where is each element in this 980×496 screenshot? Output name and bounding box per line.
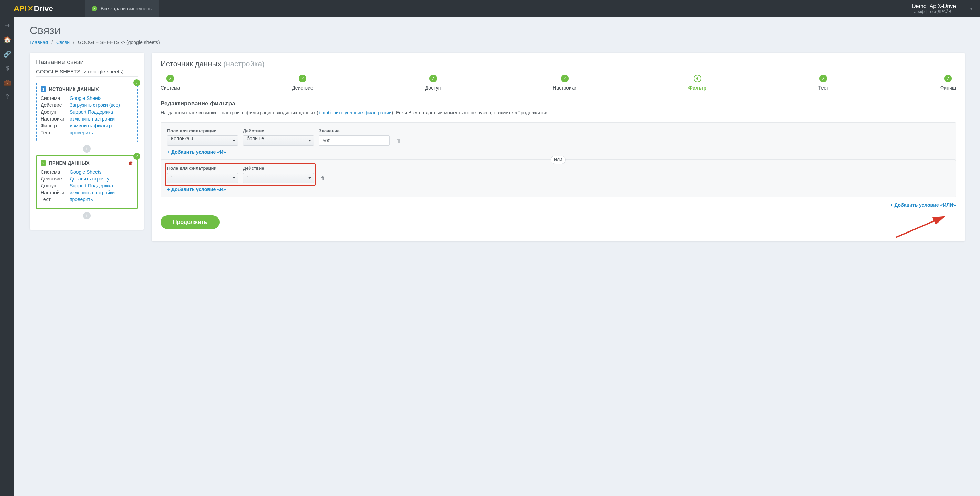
dest-test-link[interactable]: проверить — [70, 197, 93, 202]
field-label: Поле для фильтрации — [167, 166, 238, 171]
dest-action-link[interactable]: Добавить строчку — [70, 176, 109, 181]
connection-title-label: Название связи — [36, 58, 138, 66]
sitemap-icon[interactable]: 🔗 — [3, 50, 11, 58]
source-system-link[interactable]: Google Sheets — [70, 95, 102, 101]
dest-settings-link[interactable]: изменить настройки — [70, 190, 115, 195]
breadcrumb-current: GOOGLE SHEETS -> (google sheets) — [78, 40, 160, 45]
continue-button[interactable]: Продолжить — [161, 215, 220, 229]
action-label: Действие — [243, 166, 314, 171]
main-panel: Источник данных (настройка) ✓Система ✓Де… — [152, 53, 965, 242]
field-label: Поле для фильтрации — [167, 128, 238, 133]
or-separator: ИЛИ — [550, 156, 566, 164]
source-header-label: ИСТОЧНИК ДАННЫХ — [49, 86, 99, 92]
home-icon[interactable]: 🏠 — [3, 36, 11, 43]
source-access-link[interactable]: Support Поддержка — [70, 109, 113, 115]
delete-filter2-icon[interactable]: 🗑 — [320, 175, 325, 183]
dest-header-label: ПРИЕМ ДАННЫХ — [49, 160, 89, 166]
panel-title: Источник данных (настройка) — [161, 60, 956, 68]
account-name: Demo_ApiX-Drive — [912, 3, 956, 9]
breadcrumb-home[interactable]: Главная — [30, 40, 48, 45]
connection-name[interactable]: GOOGLE SHEETS -> (google sheets) — [36, 68, 138, 77]
breadcrumb: Главная / Связи / GOOGLE SHEETS -> (goog… — [30, 40, 965, 45]
dollar-icon[interactable]: $ — [5, 65, 9, 72]
filter-section-title: Редактирование фильтра — [161, 100, 956, 107]
source-action-link[interactable]: Загрузить строки (все) — [70, 102, 120, 108]
dest-system-link[interactable]: Google Sheets — [70, 169, 102, 175]
filter2-action-select[interactable]: - — [243, 173, 314, 183]
filter1-value-input[interactable] — [319, 135, 390, 146]
filter2-field-select[interactable]: - — [167, 173, 238, 183]
filter-description: На данном шаге возможно настроить фильтр… — [161, 109, 956, 116]
source-number: 1 — [41, 86, 46, 92]
logo-x-icon: ✕ — [27, 4, 33, 13]
dest-number: 2 — [41, 160, 46, 166]
stepper: ✓Система ✓Действие ✓Доступ ✓Настройки Фи… — [161, 75, 956, 91]
filter-group-2: Поле для фильтрации - Действие - 🗑 + Доб — [161, 160, 956, 197]
account-menu[interactable]: Demo_ApiX-Drive Тариф | Тест ДРАЙВ | ▼ — [912, 3, 980, 14]
step-settings[interactable]: ✓Настройки — [553, 75, 576, 91]
step-filter[interactable]: Фильтр — [689, 75, 706, 91]
dest-block: ✓ 2 ПРИЕМ ДАННЫХ 🗑 СистемаGoogle Sheets … — [36, 155, 138, 209]
page-title: Связи — [30, 24, 965, 37]
step-access[interactable]: ✓Доступ — [425, 75, 441, 91]
logo-text-1: API — [14, 4, 27, 13]
step-finish[interactable]: ✓Финиш — [940, 75, 956, 91]
value-label: Значение — [319, 128, 390, 133]
add-or-link[interactable]: + Добавить условие «ИЛИ» — [890, 202, 956, 208]
filter1-action-select[interactable]: больше — [243, 135, 314, 146]
sidebar: ➔ 🏠 🔗 $ 💼 ? — [0, 17, 14, 496]
annotation-arrow — [896, 214, 951, 238]
delete-dest-icon[interactable]: 🗑 — [128, 160, 133, 166]
add-between-button[interactable]: + — [83, 145, 91, 153]
source-filter-link[interactable]: изменить фильтр — [70, 123, 111, 129]
source-block: ✓ 1 ИСТОЧНИК ДАННЫХ СистемаGoogle Sheets… — [36, 82, 138, 142]
connection-sidebar: Название связи GOOGLE SHEETS -> (google … — [30, 53, 144, 230]
action-label: Действие — [243, 128, 314, 133]
logo-text-2: Drive — [34, 4, 53, 13]
topbar: API✕Drive ✓ Все задачи выполнены Demo_Ap… — [0, 0, 980, 17]
filter-group-1: Поле для фильтрации Колонка J Действие б… — [161, 122, 956, 160]
status-ok-icon: ✓ — [134, 153, 140, 160]
briefcase-icon[interactable]: 💼 — [3, 79, 11, 86]
source-settings-link[interactable]: изменить настройки — [70, 116, 115, 122]
filter1-field-select[interactable]: Колонка J — [167, 135, 238, 146]
step-action[interactable]: ✓Действие — [292, 75, 313, 91]
tariff-label: Тариф | Тест ДРАЙВ | — [912, 9, 956, 14]
content: Связи Главная / Связи / GOOGLE SHEETS ->… — [14, 17, 980, 496]
add-or-wrapper: + Добавить условие «ИЛИ» — [161, 202, 956, 208]
delete-filter1-icon[interactable]: 🗑 — [396, 138, 401, 146]
chevron-down-icon: ▼ — [970, 7, 973, 11]
dest-header: 2 ПРИЕМ ДАННЫХ 🗑 — [41, 160, 133, 166]
step-test[interactable]: ✓Тест — [818, 75, 828, 91]
help-icon[interactable]: ? — [5, 93, 9, 100]
add-filter-inline-link[interactable]: + добавить условие фильтрации — [318, 110, 392, 115]
status-ok-icon: ✓ — [134, 79, 140, 86]
dest-access-link[interactable]: Support Поддержка — [70, 183, 113, 188]
breadcrumb-links[interactable]: Связи — [56, 40, 70, 45]
add-and-1-link[interactable]: + Добавить условие «И» — [167, 149, 226, 155]
step-system[interactable]: ✓Система — [161, 75, 180, 91]
tasks-status[interactable]: ✓ Все задачи выполнены — [86, 0, 159, 17]
tasks-label: Все задачи выполнены — [100, 6, 153, 11]
arrow-right-icon[interactable]: ➔ — [5, 21, 10, 29]
add-and-2-link[interactable]: + Добавить условие «И» — [167, 187, 226, 192]
svg-line-0 — [896, 217, 944, 237]
check-icon: ✓ — [92, 6, 97, 11]
source-header: 1 ИСТОЧНИК ДАННЫХ — [41, 86, 133, 92]
logo[interactable]: API✕Drive — [0, 4, 86, 13]
add-dest-button[interactable]: + — [83, 212, 91, 219]
source-test-link[interactable]: проверить — [70, 130, 93, 135]
